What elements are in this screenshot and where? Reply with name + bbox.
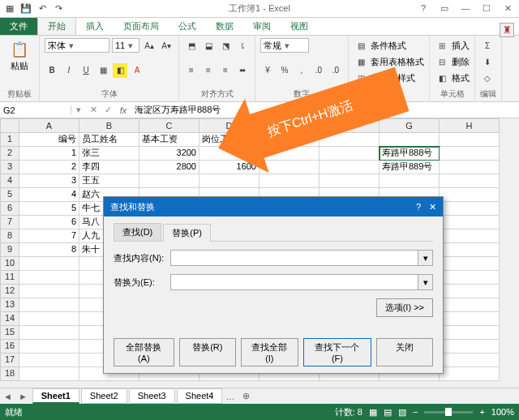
format-table-icon[interactable]: ▦ — [354, 54, 368, 69]
italic-button[interactable]: I — [62, 63, 76, 78]
cell[interactable] — [19, 367, 79, 381]
find-next-button[interactable]: 查找下一个(F) — [303, 338, 371, 366]
cell[interactable] — [440, 326, 500, 340]
align-right-icon[interactable]: ≡ — [218, 63, 233, 78]
cell[interactable] — [19, 271, 79, 285]
ribbon-options-icon[interactable]: ▭ — [436, 3, 453, 14]
cell[interactable] — [440, 298, 500, 312]
find-all-button[interactable]: 查找全部(I) — [241, 338, 298, 366]
zoom-slider[interactable] — [424, 411, 473, 414]
enter-formula-icon[interactable]: ✓ — [101, 105, 115, 115]
tab-formulas[interactable]: 公式 — [169, 18, 206, 35]
row-header[interactable]: 6 — [0, 202, 19, 216]
dialog-title-bar[interactable]: 查找和替换 ?✕ — [104, 197, 443, 216]
comma-icon[interactable]: , — [294, 63, 309, 78]
cell[interactable] — [440, 271, 500, 285]
font-color-button[interactable]: A — [130, 63, 144, 78]
tab-review[interactable]: 审阅 — [243, 18, 281, 35]
replace-input[interactable] — [170, 274, 418, 290]
cell[interactable] — [260, 174, 320, 188]
cell[interactable] — [19, 257, 79, 271]
font-name-select[interactable]: 宋体▾ — [45, 38, 109, 53]
find-input[interactable] — [170, 250, 418, 266]
row-header[interactable]: 16 — [0, 340, 19, 354]
row-header[interactable]: 17 — [0, 354, 19, 367]
undo-icon[interactable]: ↶ — [36, 2, 49, 15]
currency-icon[interactable]: ¥ — [260, 63, 275, 78]
cell[interactable]: 3200 — [139, 147, 199, 161]
addon-icon[interactable]: ♜ — [500, 23, 514, 37]
name-box[interactable]: G2 — [0, 105, 71, 115]
cell[interactable] — [440, 133, 500, 147]
close-icon[interactable]: ✕ — [500, 3, 516, 14]
cell[interactable] — [380, 174, 440, 188]
row-header[interactable]: 13 — [0, 298, 19, 312]
cell[interactable] — [440, 174, 500, 188]
cell[interactable]: 张三 — [79, 147, 139, 161]
cell[interactable]: 3 — [19, 174, 79, 188]
cell[interactable]: 王五 — [79, 174, 139, 188]
cell[interactable] — [19, 298, 79, 312]
replace-dropdown-icon[interactable]: ▾ — [418, 274, 433, 290]
cell[interactable]: 基本工资 — [139, 133, 199, 147]
align-center-icon[interactable]: ≡ — [201, 63, 216, 78]
fill-icon[interactable]: ⬇ — [480, 54, 495, 69]
decrease-decimal-icon[interactable]: .0 — [328, 63, 343, 78]
cell[interactable]: 1 — [19, 147, 79, 161]
cell[interactable] — [19, 340, 79, 354]
cell[interactable] — [440, 229, 500, 243]
cell[interactable]: 编号 — [19, 133, 79, 147]
row-header[interactable]: 14 — [0, 312, 19, 326]
name-box-dropdown[interactable]: ▾ — [71, 105, 86, 115]
row-header[interactable]: 5 — [0, 188, 19, 202]
insert-cells-icon[interactable]: ⊞ — [435, 38, 449, 53]
column-header[interactable]: A — [19, 118, 79, 133]
cell[interactable]: 8 — [19, 243, 79, 257]
select-all-corner[interactable] — [0, 118, 19, 133]
bold-button[interactable]: B — [45, 63, 59, 78]
column-header[interactable]: H — [440, 118, 500, 133]
cell[interactable] — [440, 340, 500, 354]
delete-cells-icon[interactable]: ⊟ — [435, 54, 449, 69]
find-dropdown-icon[interactable]: ▾ — [418, 250, 433, 266]
increase-decimal-icon[interactable]: .0 — [311, 63, 326, 78]
cell[interactable] — [440, 312, 500, 326]
fx-icon[interactable]: fx — [115, 105, 131, 115]
row-header[interactable]: 12 — [0, 285, 19, 298]
cell[interactable] — [440, 202, 500, 216]
row-header[interactable]: 4 — [0, 174, 19, 188]
column-header[interactable]: C — [139, 118, 199, 133]
sheet-tab[interactable]: Sheet2 — [81, 388, 127, 404]
cell[interactable] — [440, 147, 500, 161]
cell[interactable] — [440, 257, 500, 271]
orientation-icon[interactable]: ⤹ — [235, 38, 250, 53]
view-normal-icon[interactable]: ▦ — [369, 407, 377, 418]
cell[interactable]: 5 — [19, 202, 79, 216]
cell[interactable] — [440, 367, 500, 381]
sheet-tab[interactable]: Sheet4 — [177, 388, 223, 404]
underline-button[interactable]: U — [79, 63, 93, 78]
cell[interactable] — [19, 326, 79, 340]
decrease-font-icon[interactable]: A▾ — [159, 38, 174, 53]
cell[interactable]: 李四 — [79, 161, 139, 174]
zoom-level[interactable]: 100% — [491, 407, 514, 417]
increase-font-icon[interactable]: A▴ — [142, 38, 157, 53]
row-header[interactable]: 3 — [0, 161, 19, 174]
cell[interactable] — [440, 188, 500, 202]
row-header[interactable]: 9 — [0, 243, 19, 257]
cell[interactable]: 2 — [19, 161, 79, 174]
tab-layout[interactable]: 页面布局 — [114, 18, 169, 35]
merge-icon[interactable]: ⬌ — [235, 63, 250, 78]
dialog-close-icon[interactable]: ✕ — [429, 202, 436, 212]
cell[interactable]: 4 — [19, 188, 79, 202]
row-header[interactable]: 7 — [0, 216, 19, 229]
options-button[interactable]: 选项(I) >> — [376, 298, 433, 317]
cell[interactable]: 2800 — [139, 161, 199, 174]
zoom-out-icon[interactable]: − — [413, 407, 418, 417]
tab-home[interactable]: 开始 — [37, 17, 76, 35]
help-icon[interactable]: ? — [415, 3, 431, 14]
tab-replace[interactable]: 替换(P) — [163, 224, 211, 242]
zoom-in-icon[interactable]: + — [479, 407, 484, 417]
cell[interactable] — [440, 285, 500, 298]
save-icon[interactable]: 💾 — [19, 2, 32, 15]
